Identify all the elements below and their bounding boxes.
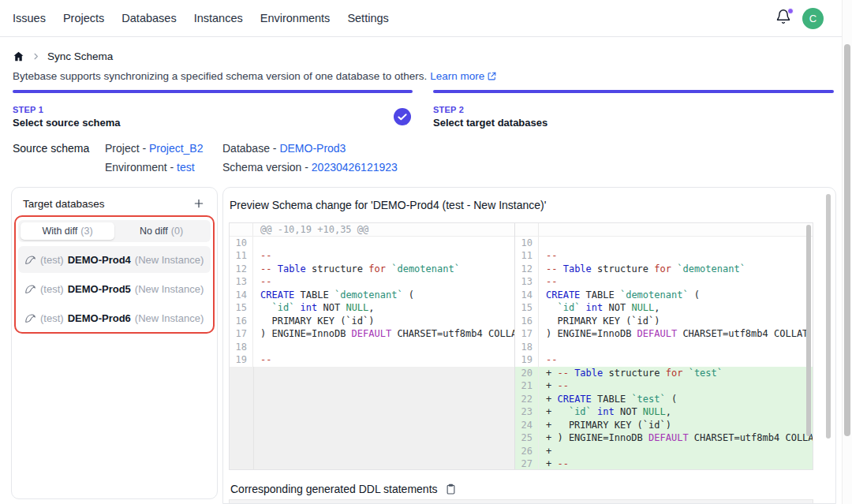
mysql-icon [24,312,36,324]
nav-item-databases[interactable]: Databases [121,12,176,24]
external-link-icon [487,71,497,81]
line-number: 15 [230,301,253,315]
line-number: 18 [230,341,253,354]
copy-button[interactable] [445,483,457,495]
line-number: 14 [230,289,253,302]
database-link[interactable]: DEMO-Prod3 [279,142,346,155]
diff-line: 27+ -- [515,457,813,469]
home-icon[interactable] [13,50,24,62]
line-number: 11 [515,249,539,263]
code-text [253,237,260,250]
preview-panel: Preview Schema change for 'DEMO-Prod4 (t… [222,187,836,504]
diff-line: 12-- Table structure for `demotenant` [515,263,813,276]
source-field-schema-version: Schema version - 20230426121923 [222,161,398,174]
field-label: Schema version - [222,161,312,174]
field-label: Project - [105,142,149,155]
target-databases-title: Target databases [23,198,105,210]
source-field-project: Project - Project_B2 [105,142,222,155]
code-text: `id` int NOT NULL, [253,301,375,315]
avatar[interactable]: C [802,8,824,29]
target-db-item[interactable]: (test)DEMO-Prod6(New Instance) [18,304,211,331]
diff-line: 14CREATE TABLE `demotenant` ( [230,289,514,302]
diff-line: 14CREATE TABLE `demotenant` ( [515,289,813,302]
tab-no-diff[interactable]: No diff(0) [114,222,208,240]
breadcrumb: Sync Schema [13,50,113,62]
code-text: -- Table structure for `demotenant` [539,263,746,276]
code-text [539,341,546,354]
notification-badge [787,8,794,14]
diff-line: 15 `id` int NOT NULL, [230,301,514,315]
nav-item-environments[interactable]: Environments [260,12,331,24]
nav-item-projects[interactable]: Projects [63,12,104,24]
line-number: 12 [515,263,539,276]
page-scrollbar[interactable] [842,0,852,504]
line-number: 11 [230,249,253,263]
source-schema-fields: Project - Project_B2Database - DEMO-Prod… [105,142,398,174]
editor-scrollbar-thumb[interactable] [806,225,811,436]
code-text: + [539,445,551,458]
schema-diff-editor[interactable]: @@ -10,19 +10,35 @@1011--12-- Table stru… [229,222,813,470]
code-text: + -- [539,379,569,393]
nav-items: IssuesProjectsDatabasesInstancesEnvironm… [13,12,389,24]
line-number [515,223,539,236]
nav-item-instances[interactable]: Instances [194,12,243,24]
diff-line: 10 [230,237,514,250]
code-text: + CREATE TABLE `test` ( [539,393,677,406]
line-number: 18 [515,341,539,354]
panel-scrollbar-thumb[interactable] [826,194,831,439]
diff-hunk-header: @@ -10,19 +10,35 @@ [253,223,368,236]
line-number: 13 [230,275,253,289]
code-text: + ) ENGINE=InnoDB DEFAULT CHARSET=utf8mb… [539,431,813,445]
line-number: 25 [515,431,539,445]
nav-item-issues[interactable]: Issues [13,12,46,24]
add-target-database-button[interactable] [191,196,207,211]
diff-line: 17) ENGINE=InnoDB DEFAULT CHARSET=utf8mb… [515,327,813,341]
preview-title: Preview Schema change for 'DEMO-Prod4 (t… [230,199,546,211]
code-text: PRIMARY KEY (`id`) [539,315,660,328]
code-text: -- [253,275,271,289]
tab-count: (3) [80,226,92,237]
db-suffix: (New Instance) [135,312,204,324]
code-text: -- [539,249,557,263]
db-environment: (test) [40,312,64,324]
mysql-icon [24,254,36,266]
target-databases-panel: Target databases With diff(3)No diff(0) … [11,187,218,499]
ddl-code-block-top [229,499,813,504]
schema-version-link[interactable]: 20230426121923 [312,161,398,174]
diff-line: 13-- [230,275,514,289]
db-name: DEMO-Prod6 [68,312,131,324]
page-scrollbar-thumb[interactable] [844,44,850,436]
code-text: ) ENGINE=InnoDB DEFAULT CHARSET=utf8mb4 … [539,327,808,341]
field-label: Environment - [105,161,177,174]
project-link[interactable]: Project_B2 [149,142,203,155]
notifications-button[interactable] [775,9,792,27]
target-db-item[interactable]: (test)DEMO-Prod5(New Instance) [18,275,211,302]
top-nav: IssuesProjectsDatabasesInstancesEnvironm… [0,0,852,37]
step1-title: Select source schema [13,117,121,129]
source-field-database: Database - DEMO-Prod3 [222,142,398,155]
nav-item-settings[interactable]: Settings [347,12,388,24]
diff-meta-row [515,223,813,237]
step2-label: STEP 2 [433,105,547,114]
environment-link[interactable]: test [177,161,195,174]
tab-with-diff[interactable]: With diff(3) [21,222,114,240]
step1: STEP 1 Select source schema [13,105,121,129]
line-number: 21 [515,379,539,393]
check-circle-icon [394,108,411,125]
ddl-title: Corresponding generated DDL statements [230,483,438,495]
diff-line: 16 PRIMARY KEY (`id`) [230,315,514,328]
learn-more-link[interactable]: Learn more [430,70,497,82]
target-db-item[interactable]: (test)DEMO-Prod4(New Instance) [18,246,211,273]
diff-line: 18 [230,341,514,354]
diff-line: 16 PRIMARY KEY (`id`) [515,315,813,328]
line-number: 16 [230,315,253,328]
code-text: + `id` int NOT NULL, [539,405,671,419]
code-text: -- [539,353,557,367]
code-text: PRIMARY KEY (`id`) [253,315,375,328]
code-text [539,237,546,250]
tab-label: No diff [140,226,168,237]
mysql-icon [24,283,36,295]
line-number: 10 [515,237,539,250]
code-text: -- Table structure for `demotenant` [253,263,460,276]
line-number: 19 [515,353,539,367]
